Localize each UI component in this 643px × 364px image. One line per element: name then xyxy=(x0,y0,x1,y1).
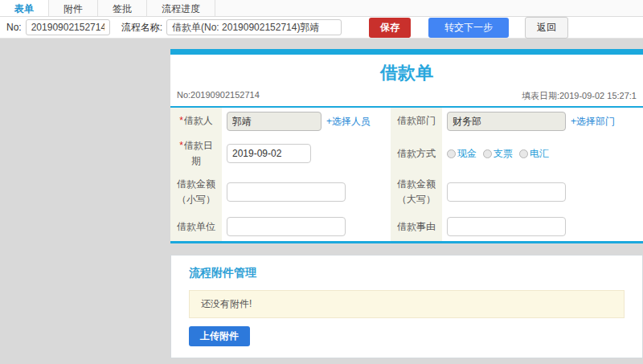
attachment-panel-title: 流程附件管理 xyxy=(189,266,625,280)
attachment-panel: 流程附件管理 还没有附件! 上传附件 xyxy=(170,255,643,358)
borrower-input[interactable] xyxy=(227,112,322,131)
loan-date-input[interactable] xyxy=(227,144,311,163)
doc-number: No:20190902152714 xyxy=(177,90,260,102)
borrower-label: *借款人 xyxy=(170,108,222,135)
page-title: 借款单 xyxy=(170,55,643,90)
department-label: 借款部门 xyxy=(391,108,442,135)
select-department-link[interactable]: +选择部门 xyxy=(571,115,615,129)
action-toolbar: No: 流程名称: 保存 转交下一步 返回 xyxy=(0,17,643,39)
amount-uppercase-label: 借款金额（大写） xyxy=(391,172,442,212)
card-bottom-accent-bar xyxy=(170,241,643,243)
fill-date: 填表日期:2019-09-02 15:27:1 xyxy=(522,90,637,102)
forward-next-step-button[interactable]: 转交下一步 xyxy=(428,18,509,38)
loan-form-grid: *借款人 +选择人员 借款部门 +选择部门 *借款日期 xyxy=(170,108,643,241)
required-mark: * xyxy=(179,140,183,151)
no-input[interactable] xyxy=(26,19,110,35)
radio-icon xyxy=(519,149,528,158)
tab-attachments[interactable]: 附件 xyxy=(49,0,98,16)
save-button[interactable]: 保存 xyxy=(369,18,411,38)
amount-uppercase-input[interactable] xyxy=(447,182,566,202)
tab-form[interactable]: 表单 xyxy=(0,0,49,16)
flow-name-label: 流程名称: xyxy=(121,21,162,35)
upload-attachment-button[interactable]: 上传附件 xyxy=(189,326,250,346)
radio-icon xyxy=(447,149,456,158)
loan-reason-label: 借款事由 xyxy=(391,212,442,241)
flow-name-input[interactable] xyxy=(166,19,342,35)
loan-reason-input[interactable] xyxy=(447,217,566,236)
loan-method-label: 借款方式 xyxy=(391,135,442,172)
no-label: No: xyxy=(6,22,22,33)
main-area: 借款单 No:20190902152714 填表日期:2019-09-02 15… xyxy=(0,39,643,364)
radio-option-cash[interactable]: 现金 xyxy=(447,147,477,161)
loan-form-card: 借款单 No:20190902152714 填表日期:2019-09-02 15… xyxy=(170,49,643,243)
required-mark: * xyxy=(179,115,183,126)
no-attachment-message: 还没有附件! xyxy=(189,290,625,318)
radio-icon xyxy=(483,149,492,158)
loan-unit-label: 借款单位 xyxy=(170,212,222,241)
radio-option-wire[interactable]: 电汇 xyxy=(519,147,549,161)
amount-lowercase-input[interactable] xyxy=(227,182,346,202)
select-person-link[interactable]: +选择人员 xyxy=(326,115,371,129)
loan-unit-input[interactable] xyxy=(227,217,346,236)
department-input[interactable] xyxy=(447,112,566,131)
amount-lowercase-label: 借款金额（小写） xyxy=(170,172,222,212)
loan-date-label: *借款日期 xyxy=(170,135,222,172)
tab-bar: 表单 附件 签批 流程进度 xyxy=(0,0,643,17)
radio-option-cheque[interactable]: 支票 xyxy=(483,147,513,161)
back-button[interactable]: 返回 xyxy=(525,17,568,39)
card-top-accent-bar xyxy=(170,49,643,55)
tab-approval[interactable]: 签批 xyxy=(98,0,147,16)
tab-progress[interactable]: 流程进度 xyxy=(147,0,215,16)
